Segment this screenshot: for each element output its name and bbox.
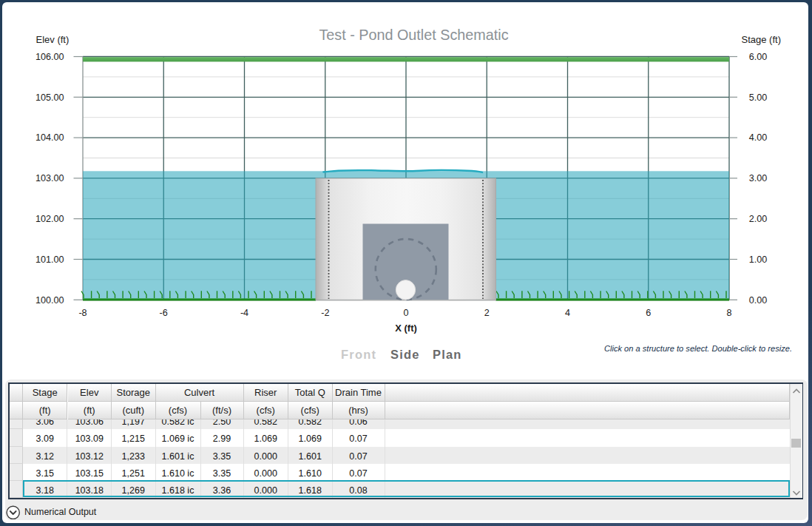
svg-text:4.00: 4.00 (749, 132, 768, 143)
svg-text:-6: -6 (160, 308, 168, 318)
svg-text:2.00: 2.00 (749, 214, 768, 224)
svg-text:103.00: 103.00 (35, 173, 64, 183)
svg-text:4: 4 (565, 308, 570, 318)
svg-text:2: 2 (484, 308, 490, 318)
svg-text:1.00: 1.00 (749, 254, 768, 265)
svg-text:101.00: 101.00 (35, 254, 64, 265)
svg-text:3.00: 3.00 (749, 173, 768, 183)
svg-text:-2: -2 (321, 308, 329, 318)
svg-text:6: 6 (646, 308, 651, 318)
svg-text:8: 8 (726, 308, 731, 318)
svg-text:-4: -4 (240, 308, 248, 318)
svg-text:100.00: 100.00 (35, 295, 64, 306)
svg-text:5.00: 5.00 (749, 92, 768, 103)
svg-text:102.00: 102.00 (35, 214, 64, 224)
svg-text:6.00: 6.00 (749, 52, 768, 62)
svg-text:105.00: 105.00 (35, 92, 64, 103)
svg-text:0.00: 0.00 (749, 295, 768, 306)
svg-text:X (ft): X (ft) (395, 323, 417, 334)
svg-text:106.00: 106.00 (35, 52, 64, 62)
svg-text:104.00: 104.00 (35, 132, 64, 143)
svg-text:0: 0 (403, 308, 408, 318)
svg-text:-8: -8 (78, 308, 87, 318)
